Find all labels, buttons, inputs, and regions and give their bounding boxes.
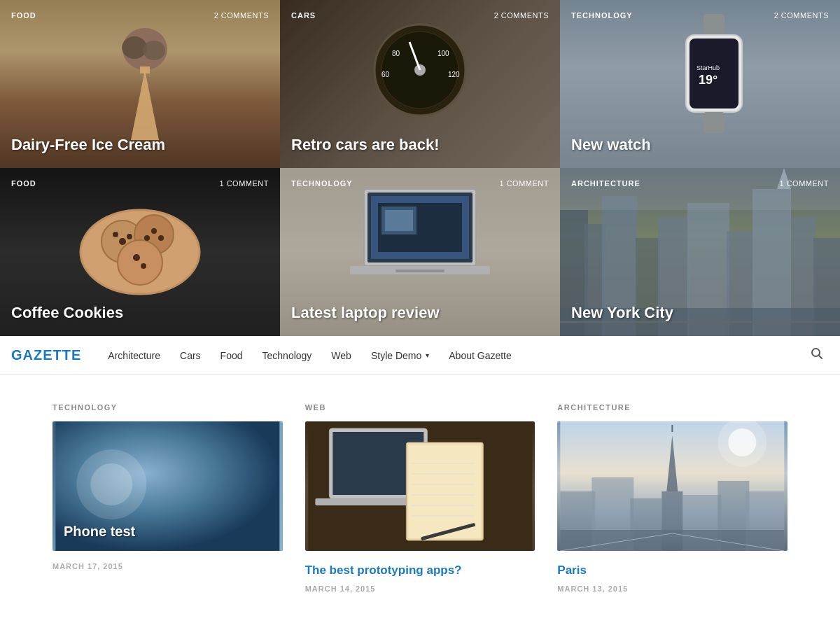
hero-title-6: New York City — [571, 304, 829, 322]
laptop-illustration — [343, 182, 497, 301]
nav-item-cars[interactable]: Cars — [170, 336, 211, 375]
article-thumb-2 — [305, 421, 536, 551]
svg-text:60: 60 — [382, 71, 390, 78]
article-cat-3: ARCHITECTURE — [557, 403, 788, 412]
svg-rect-73 — [662, 491, 683, 533]
nav-item-style-demo[interactable]: Style Demo ▾ — [361, 336, 439, 375]
hero-title-3: New watch — [571, 136, 829, 154]
article-card-3[interactable]: ARCHITECTURE — [557, 403, 788, 593]
svg-marker-3 — [131, 70, 159, 140]
chevron-down-icon: ▾ — [426, 351, 429, 359]
article-thumb-3 — [557, 421, 788, 551]
article-card-1[interactable]: TECHNOLOGY Phone test — [52, 403, 283, 593]
apps-illustration — [305, 421, 536, 551]
svg-rect-18 — [704, 112, 724, 133]
hero-title-2: Retro cars are back! — [291, 136, 549, 154]
svg-rect-35 — [396, 270, 444, 272]
retrocars-illustration: 80 100 60 120 — [350, 21, 490, 119]
articles-grid: TECHNOLOGY Phone test — [52, 403, 788, 593]
svg-point-24 — [113, 232, 118, 237]
hero-cell-4[interactable]: FOOD 1 COMMENT Coffee Cookies — [0, 168, 280, 336]
svg-rect-38 — [385, 210, 413, 231]
hero-category-3: TECHNOLOGY — [571, 11, 633, 20]
hero-cell-5[interactable]: TECHNOLOGY 1 COMMENT Latest laptop revie… — [280, 168, 560, 336]
svg-point-25 — [127, 234, 132, 239]
article-cat-1: TECHNOLOGY — [52, 403, 283, 412]
svg-point-29 — [133, 254, 140, 261]
article-date-2: MARCH 14, 2015 — [305, 584, 536, 593]
icecream-illustration — [120, 14, 169, 140]
nav-item-food[interactable]: Food — [211, 336, 253, 375]
hero-cell-2[interactable]: 80 100 60 120 CARS 2 COMMENTS Retro cars… — [280, 0, 560, 168]
watch-illustration: StarHub 19° — [672, 14, 756, 133]
svg-point-2 — [143, 41, 165, 60]
hero-comments-1: 2 COMMENTS — [214, 11, 269, 20]
hero-grid: FOOD 2 COMMENTS Dairy-Free Ice Cream 80 … — [0, 0, 840, 336]
svg-text:StarHub: StarHub — [696, 64, 720, 71]
svg-rect-50 — [560, 168, 840, 210]
hero-title-5: Latest laptop review — [291, 304, 549, 322]
svg-text:80: 80 — [392, 50, 400, 57]
nav-item-web[interactable]: Web — [321, 336, 361, 375]
search-icon — [811, 347, 823, 360]
hero-comments-3: 2 COMMENTS — [774, 11, 829, 20]
article-date-3: MARCH 13, 2015 — [557, 584, 788, 593]
nav-item-about[interactable]: About Gazette — [439, 336, 522, 375]
svg-point-27 — [144, 235, 150, 241]
svg-rect-4 — [140, 66, 150, 74]
hero-comments-6: 1 COMMENT — [780, 179, 830, 188]
article-title-link-3[interactable]: Paris — [557, 562, 788, 579]
hero-category-1: FOOD — [11, 11, 36, 20]
site-logo[interactable]: GAZETTE — [11, 347, 81, 363]
hero-comments-2: 2 COMMENTS — [494, 11, 549, 20]
hero-cell-1[interactable]: FOOD 2 COMMENTS Dairy-Free Ice Cream — [0, 0, 280, 168]
svg-point-57 — [90, 463, 132, 505]
article-date-1: MARCH 17, 2015 — [52, 562, 283, 570]
navbar-nav: Architecture Cars Food Technology Web St… — [98, 336, 805, 375]
article-title-link-2[interactable]: The best prototyping apps? — [305, 562, 536, 579]
svg-point-30 — [141, 263, 146, 269]
hero-category-6: ARCHITECTURE — [571, 179, 640, 188]
article-cat-2: WEB — [305, 403, 536, 412]
nav-item-style-demo-label: Style Demo — [371, 350, 421, 361]
svg-text:100: 100 — [438, 50, 449, 57]
search-button[interactable] — [805, 347, 829, 363]
svg-rect-13 — [704, 14, 724, 35]
svg-text:120: 120 — [448, 71, 460, 78]
svg-text:19°: 19° — [699, 73, 718, 87]
hero-comments-5: 1 COMMENT — [500, 179, 550, 188]
svg-point-22 — [118, 240, 162, 285]
svg-point-23 — [119, 238, 126, 245]
hero-title-1: Dairy-Free Ice Cream — [11, 136, 269, 154]
content-area: TECHNOLOGY Phone test — [0, 375, 840, 607]
svg-point-28 — [158, 235, 164, 241]
hero-cell-3[interactable]: StarHub 19° TECHNOLOGY 2 COMMENTS New wa… — [560, 0, 840, 168]
article-thumb-1: Phone test — [52, 421, 283, 551]
article-overlay-title-1: Phone test — [64, 524, 272, 540]
hero-category-5: TECHNOLOGY — [291, 179, 353, 188]
svg-point-26 — [151, 228, 157, 234]
nav-item-architecture[interactable]: Architecture — [98, 336, 170, 375]
hero-cell-6[interactable]: ARCHITECTURE 1 COMMENT New York City — [560, 168, 840, 336]
hero-title-4: Coffee Cookies — [11, 304, 269, 322]
hero-category-2: CARS — [291, 11, 316, 20]
hero-category-4: FOOD — [11, 179, 36, 188]
hero-comments-4: 1 COMMENT — [220, 179, 270, 188]
nav-item-technology[interactable]: Technology — [253, 336, 322, 375]
cookies-illustration — [70, 182, 210, 308]
svg-point-1 — [122, 36, 147, 59]
svg-rect-81 — [561, 530, 785, 551]
svg-line-54 — [819, 356, 822, 359]
paris-illustration — [557, 421, 788, 551]
article-card-2[interactable]: WEB — [305, 403, 536, 593]
navbar: GAZETTE Architecture Cars Food Technolog… — [0, 336, 840, 375]
